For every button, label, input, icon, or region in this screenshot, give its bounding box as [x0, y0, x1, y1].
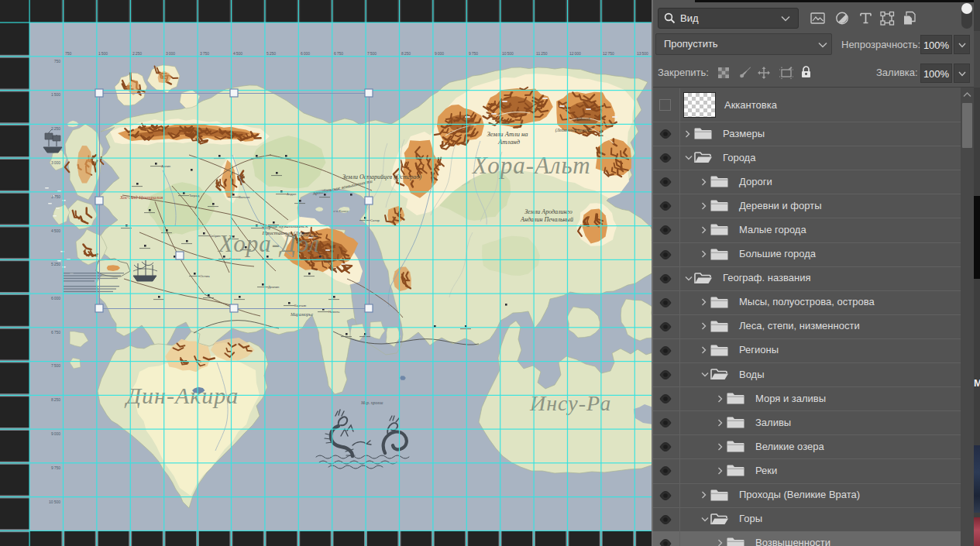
svg-text:750: 750 — [54, 59, 61, 64]
svg-text:6 750: 6 750 — [334, 51, 343, 56]
svg-text:Вольно: Вольно — [239, 195, 250, 199]
svg-text:12 000: 12 000 — [569, 51, 581, 56]
svg-text:Мар. пролив: Мар. пролив — [360, 400, 383, 405]
svg-text:Девлин: Девлин — [268, 285, 280, 289]
svg-text:Сатор: Сатор — [370, 218, 380, 222]
svg-text:1 500: 1 500 — [51, 92, 60, 97]
svg-text:Листра: Листра — [325, 257, 336, 261]
svg-text:Андалин Печальный: Андалин Печальный — [520, 216, 573, 223]
svg-text:8 250: 8 250 — [401, 51, 411, 56]
svg-text:4 500: 4 500 — [233, 51, 242, 56]
svg-text:8 250: 8 250 — [51, 397, 60, 402]
svg-text:9 000: 9 000 — [51, 431, 60, 436]
svg-text:5 250: 5 250 — [266, 51, 276, 56]
svg-text:6 000: 6 000 — [51, 296, 60, 300]
svg-text:2 250: 2 250 — [51, 126, 60, 131]
svg-text:750: 750 — [65, 51, 72, 56]
svg-text:3 000: 3 000 — [166, 51, 175, 56]
svg-text:Ледяной: Ледяной — [574, 117, 590, 122]
svg-text:10 500: 10 500 — [502, 51, 514, 56]
svg-text:10 500: 10 500 — [49, 500, 60, 504]
svg-text:7 500: 7 500 — [51, 363, 60, 368]
svg-text:9 000: 9 000 — [435, 51, 444, 56]
svg-text:3 750: 3 750 — [200, 51, 209, 56]
svg-text:1 500: 1 500 — [98, 51, 108, 56]
svg-text:Хос-Анд Централия: Хос-Анд Централия — [119, 194, 163, 200]
svg-text:о-в Камня: о-в Камня — [333, 209, 348, 213]
svg-text:7 500: 7 500 — [367, 51, 377, 56]
svg-text:5 250: 5 250 — [51, 262, 60, 266]
svg-text:11 250: 11 250 — [536, 51, 548, 56]
svg-text:4 500: 4 500 — [51, 228, 60, 233]
svg-text:Атланд: Атланд — [497, 138, 521, 146]
svg-text:13 500: 13 500 — [637, 51, 648, 56]
svg-text:9 750: 9 750 — [469, 51, 478, 56]
svg-text:Хора-Альт: Хора-Альт — [471, 152, 591, 179]
svg-text:Мараморье: Мараморье — [290, 312, 313, 317]
svg-text:9 750: 9 750 — [51, 465, 60, 470]
svg-text:Земли Атли на: Земли Атли на — [487, 130, 528, 138]
svg-text:Себрия: Себрия — [209, 234, 221, 238]
svg-text:Картазе: Картазе — [294, 304, 307, 307]
svg-text:Инсу-Ра: Инсу-Ра — [529, 391, 611, 415]
svg-text:Земли Остарийцев (Остград): Земли Остарийцев (Остград) — [342, 173, 421, 180]
svg-text:Кастр: Кастр — [262, 226, 271, 230]
svg-text:6 750: 6 750 — [51, 330, 60, 335]
svg-text:3 000: 3 000 — [51, 160, 60, 165]
svg-text:3 750: 3 750 — [51, 194, 60, 199]
svg-text:Остма: Остма — [200, 274, 210, 278]
svg-text:Приставныя (Денор): Приставныя (Денор) — [262, 230, 311, 236]
svg-text:2 250: 2 250 — [132, 51, 142, 56]
svg-text:Андол: Андол — [287, 192, 297, 196]
svg-text:Нивель: Нивель — [328, 310, 340, 314]
svg-text:Арлин: Арлин — [161, 164, 171, 168]
svg-text:12 750: 12 750 — [603, 51, 614, 56]
svg-text:Земли Ародалинго: Земли Ародалинго — [524, 208, 572, 215]
svg-text:Герем: Герем — [308, 234, 318, 238]
svg-text:6 000: 6 000 — [301, 51, 310, 56]
svg-text:(Ледяенный проход): (Ледяенный проход) — [555, 128, 592, 133]
